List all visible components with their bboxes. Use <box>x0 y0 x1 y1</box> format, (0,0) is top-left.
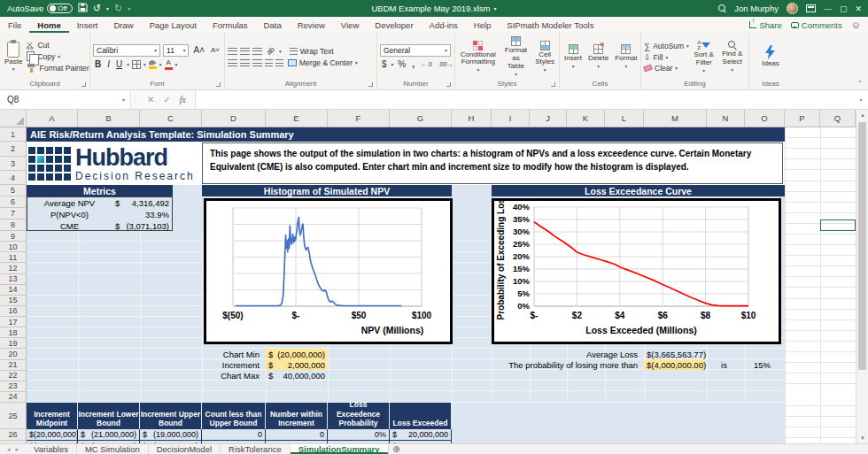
row-header-26[interactable]: 26 <box>0 429 26 441</box>
enter-icon[interactable]: ✓ <box>163 95 170 104</box>
row-header-18[interactable]: 18 <box>0 327 26 338</box>
row-header-9[interactable]: 9 <box>0 231 26 242</box>
histogram-chart[interactable]: $(50)$-$50$100NPV (Millions) <box>204 198 453 344</box>
row-header-20[interactable]: 20 <box>0 349 26 359</box>
format-painter-button[interactable]: Format Painter <box>27 63 89 73</box>
title-dropdown-icon[interactable]: ▾ <box>494 5 497 12</box>
add-sheet-button[interactable]: ⊕ <box>389 444 405 454</box>
cut-button[interactable]: Cut <box>27 41 89 50</box>
align-right-icon[interactable] <box>252 59 262 66</box>
name-box-dropdown-icon[interactable]: ▾ <box>122 96 130 103</box>
row-header-15[interactable]: 15 <box>0 296 26 306</box>
decrease-indent-icon[interactable] <box>265 59 273 66</box>
table-cell[interactable]: 0 <box>266 429 328 441</box>
column-header-N[interactable]: N <box>707 110 745 127</box>
increase-indent-icon[interactable] <box>275 59 283 66</box>
row-header-6[interactable]: 6 <box>0 196 26 208</box>
align-bottom-icon[interactable] <box>252 48 262 55</box>
tab-insert[interactable]: Insert <box>69 17 106 33</box>
table-cell[interactable]: $(21,000,000) <box>78 429 140 441</box>
clipboard-dialog-launcher[interactable] <box>81 82 86 87</box>
row-header-19[interactable]: 19 <box>0 338 26 349</box>
column-header-E[interactable]: E <box>266 110 328 127</box>
average-loss-value[interactable]: $(3,665,563.77) <box>644 349 705 359</box>
tab-sipmath-modeler-tools[interactable]: SIPmath Modeler Tools <box>499 17 601 33</box>
decrease-decimal-button[interactable]: .00→ <box>437 61 455 67</box>
active-cell-selection[interactable] <box>820 219 856 231</box>
row-header-12[interactable]: 12 <box>0 263 26 273</box>
redo-icon[interactable]: ↻ <box>114 4 122 13</box>
vertical-scrollbar[interactable]: ▲ ▼ <box>856 110 868 443</box>
tab-formulas[interactable]: Formulas <box>205 17 256 33</box>
column-header-H[interactable]: H <box>452 110 492 127</box>
sheet-tab-risktolerance[interactable]: RiskTolerance <box>221 444 291 454</box>
copy-button[interactable]: Copy ▾ <box>27 51 89 61</box>
formula-input[interactable] <box>195 90 854 109</box>
row-header-5[interactable]: 5 <box>0 185 26 196</box>
control-input[interactable]: $2,000,000 <box>266 359 328 370</box>
comments-button[interactable]: Comments <box>791 20 842 30</box>
alignment-dialog-launcher[interactable] <box>368 82 373 87</box>
share-button[interactable]: Share <box>749 20 781 30</box>
column-header-K[interactable]: K <box>567 110 605 127</box>
row-header-3[interactable]: 3 <box>0 157 26 171</box>
metrics-row[interactable]: CME$(3,071,103) <box>27 220 172 232</box>
conditional-formatting-button[interactable]: Conditional Formatting ▾ <box>458 35 499 78</box>
font-dialog-launcher[interactable] <box>216 82 221 87</box>
underline-button[interactable]: U <box>114 59 124 69</box>
metrics-row[interactable]: P(NPV<0)33.9% <box>27 209 172 220</box>
row-header-2[interactable]: 2 <box>0 142 26 157</box>
control-input[interactable]: $(20,000,000) <box>266 349 328 359</box>
column-header-G[interactable]: G <box>390 110 452 127</box>
font-name-select[interactable]: Calibri▾ <box>93 44 160 57</box>
borders-dropdown-icon[interactable]: ▾ <box>143 62 146 67</box>
tab-view[interactable]: View <box>333 17 367 33</box>
comma-style-button[interactable]: , <box>410 59 416 69</box>
sort-filter-button[interactable]: AZ Sort & Filter ▾ <box>692 35 717 78</box>
window-title[interactable]: UBDM Example May 2019.xlsm▾ <box>266 4 602 13</box>
row-header-16[interactable]: 16 <box>0 306 26 317</box>
paste-dropdown-icon[interactable]: ▾ <box>12 66 15 72</box>
align-middle-icon[interactable] <box>240 48 250 55</box>
column-header-F[interactable]: F <box>328 110 390 127</box>
number-format-select[interactable]: General▾ <box>380 44 451 57</box>
italic-button[interactable]: I <box>105 59 112 69</box>
fill-button[interactable]: ⇩Fill ▾ <box>644 53 689 62</box>
metrics-table[interactable]: Average NPV$4,316,492P(NPV<0)33.9%CME$(3… <box>27 196 173 231</box>
tab-draw[interactable]: Draw <box>105 17 141 33</box>
tab-file[interactable]: File <box>0 17 29 33</box>
tab-add-ins[interactable]: Add-ins <box>422 17 466 33</box>
find-select-button[interactable]: Find & Select ▾ <box>718 35 746 78</box>
tab-page-layout[interactable]: Page Layout <box>142 17 205 33</box>
row-header-8[interactable]: 8 <box>0 219 26 231</box>
paste-button[interactable]: Paste ▾ <box>3 35 24 78</box>
align-left-icon[interactable] <box>228 59 237 66</box>
scroll-down-icon[interactable]: ▼ <box>856 433 868 443</box>
wrap-text-button[interactable]: Wrap Text <box>290 47 334 56</box>
delete-cells-button[interactable]: ✕ Delete ▾ <box>586 35 610 78</box>
increase-decimal-button[interactable]: ←.0 <box>419 61 434 67</box>
column-header-O[interactable]: O <box>745 110 785 127</box>
sheet-nav-right-icon[interactable]: ▸ <box>16 446 19 453</box>
undo-icon[interactable]: ↺ <box>93 4 101 13</box>
sheet-nav-left-icon[interactable]: ◂ <box>7 446 11 453</box>
accounting-format-button[interactable]: $ <box>380 59 389 69</box>
table-cell[interactable]: $(19,000,000) <box>140 429 202 441</box>
sheet-tab-variables[interactable]: Variables <box>26 444 77 454</box>
bold-button[interactable]: B <box>93 59 103 69</box>
row-header-17[interactable]: 17 <box>0 317 26 327</box>
clear-button[interactable]: Clear ▾ <box>644 64 689 73</box>
tab-help[interactable]: Help <box>466 17 500 33</box>
underline-dropdown-icon[interactable]: ▾ <box>127 62 129 67</box>
close-button[interactable]: ✕ <box>855 4 862 13</box>
column-header-D[interactable]: D <box>202 110 266 127</box>
minimize-button[interactable]: — <box>824 4 832 13</box>
undo-dropdown-icon[interactable]: ▾ <box>106 5 109 12</box>
column-header-Q[interactable]: Q <box>820 110 856 127</box>
user-avatar[interactable] <box>787 3 798 14</box>
ribbon-display-icon[interactable] <box>806 4 816 12</box>
scroll-up-icon[interactable]: ▲ <box>856 110 868 120</box>
grow-font-button[interactable]: A˄ <box>191 45 206 55</box>
font-color-button[interactable]: A <box>165 59 173 70</box>
row-header-7[interactable]: 7 <box>0 208 26 219</box>
